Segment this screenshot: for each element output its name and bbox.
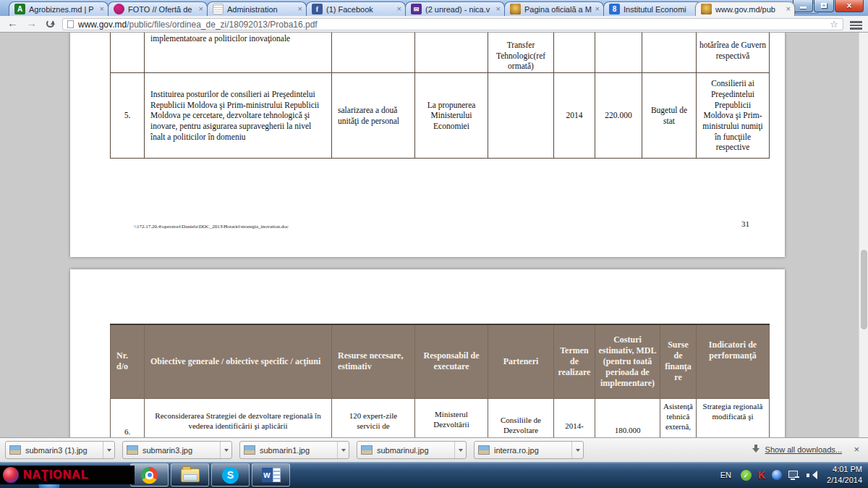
foto-favicon: [114, 4, 124, 14]
download-item[interactable]: submarinul.jpg: [357, 441, 467, 459]
cell-resurse: 120 expert-zile servicii de: [332, 398, 415, 437]
download-item[interactable]: submarin1.jpg: [239, 441, 349, 459]
downloads-bar-close-icon[interactable]: ×: [854, 444, 859, 455]
page-number: 31: [741, 219, 749, 228]
tab-close-icon[interactable]: ×: [786, 5, 791, 13]
cell-costuri: 180.000: [595, 398, 660, 437]
tab-title: Agrobiznes.md | P: [29, 5, 96, 14]
image-thumbnail-icon: [244, 445, 255, 455]
pdf-viewer[interactable]: implementatoare a politicilor inovaţiona…: [0, 33, 868, 437]
tab-institutul[interactable]: Institutul Economi ×: [603, 1, 703, 16]
download-item[interactable]: submarin3.jpg: [122, 441, 232, 459]
chevron-down-icon: [576, 449, 580, 454]
language-indicator[interactable]: EN: [720, 471, 731, 479]
bookmark-star-icon[interactable]: ☆: [830, 19, 838, 30]
url-domain: www.gov.md: [78, 20, 127, 30]
network-icon[interactable]: [788, 471, 800, 480]
clock-date: 2/14/2014: [827, 476, 862, 484]
download-menu-button[interactable]: [337, 442, 349, 458]
system-tray: EN 4:01 PM 2/14/2014: [720, 462, 862, 488]
minimize-icon: [800, 7, 807, 9]
antivirus-check-icon[interactable]: [741, 470, 752, 481]
cell-surse: Asistenţă tehnică externă,: [660, 398, 697, 437]
scrollbar[interactable]: [859, 33, 868, 437]
tab-govmd-active[interactable]: www.gov.md/pub ×: [695, 1, 795, 16]
cell-objective: Instituirea posturilor de consilieri ai …: [145, 73, 332, 159]
back-button[interactable]: ←: [7, 17, 18, 29]
blue-sphere-tray-icon[interactable]: [772, 470, 782, 480]
taskbar-skype-button[interactable]: [211, 463, 250, 487]
national-logo-text: NAŢIONAL: [23, 468, 89, 481]
cell-indicator: Strategia regională modificată şi: [697, 398, 770, 437]
download-filename: submarin1.jpg: [260, 446, 337, 455]
cell-empty: [554, 33, 595, 73]
show-all-downloads[interactable]: Show all downloads...: [752, 445, 842, 455]
minimize-button[interactable]: [793, 0, 813, 12]
tab-agrobiznes[interactable]: Agrobiznes.md | P ×: [9, 1, 109, 16]
tab-close-icon[interactable]: ×: [397, 5, 401, 13]
tab-title: Administration: [227, 5, 294, 14]
download-menu-button[interactable]: [220, 442, 231, 458]
header-responsabil: Responsabil de executare: [415, 324, 488, 398]
download-menu-button[interactable]: [571, 442, 583, 458]
tab-administration[interactable]: Administration ×: [207, 1, 307, 16]
download-menu-button[interactable]: [103, 442, 114, 458]
cell-surse: Bugetul de stat: [642, 73, 697, 159]
address-bar[interactable]: www.gov.md /public/files/ordinea_de_zi/1…: [62, 18, 843, 30]
download-items: submarin3 (1).jpg submarin3.jpg submarin…: [5, 441, 584, 459]
agrobiznes-favicon: [14, 4, 25, 14]
tab-pagina-oficiala[interactable]: Pagina oficială a M ×: [504, 1, 604, 16]
show-all-downloads-link[interactable]: Show all downloads...: [765, 445, 842, 454]
header-objective: Obiective generale / obiective specific …: [145, 324, 332, 398]
header-indicator: Indicatori de performanţă: [697, 324, 770, 398]
cell-responsabil: La propunerea Ministerului Economiei: [415, 73, 488, 159]
scrollbar-thumb[interactable]: [861, 250, 867, 329]
cell-empty: [642, 33, 697, 73]
tab-close-icon[interactable]: ×: [100, 5, 104, 13]
cell-indicator: Consilierii ai Preşedintelui Prepublicii…: [697, 73, 770, 159]
tab-foto[interactable]: FOTO // Ofertă de ×: [108, 1, 208, 16]
cell-responsabil: Ministerul Dezvoltării: [415, 398, 488, 437]
tab-close-icon[interactable]: ×: [595, 5, 600, 13]
url-path: /public/files/ordinea_de_zi/18092013/Pro…: [127, 20, 825, 30]
header-termen: Termen de realizare: [554, 324, 595, 398]
header-nr: Nr. d/o: [111, 324, 145, 398]
close-button[interactable]: ×: [835, 0, 864, 12]
tab-facebook[interactable]: (1) Facebook ×: [306, 1, 406, 16]
clock[interactable]: 4:01 PM 2/14/2014: [827, 464, 862, 486]
download-item[interactable]: submarin3 (1).jpg: [5, 441, 115, 459]
taskbar-explorer-button[interactable]: [171, 463, 209, 487]
forward-button[interactable]: →: [26, 17, 37, 29]
facebook-favicon: [312, 4, 323, 14]
taskbar-buttons: [130, 463, 290, 487]
cell-empty: [111, 33, 145, 73]
taskbar-chrome-button[interactable]: [130, 463, 169, 487]
national-logo-icon: [3, 467, 19, 483]
tab-mail[interactable]: (2 unread) - nica.v ×: [405, 1, 505, 16]
tab-title: FOTO // Ofertă de: [128, 5, 195, 14]
reload-button[interactable]: [46, 20, 54, 28]
tab-close-icon[interactable]: ×: [298, 5, 302, 13]
volume-icon[interactable]: [807, 471, 817, 480]
image-thumbnail-icon: [127, 445, 138, 455]
download-filename: interra.ro.jpg: [494, 446, 571, 455]
download-menu-button[interactable]: [454, 442, 466, 458]
chevron-down-icon: [341, 449, 346, 454]
download-item[interactable]: interra.ro.jpg: [474, 441, 584, 459]
cell-nr: 6.: [111, 398, 145, 437]
image-thumbnail-icon: [9, 445, 21, 455]
folder-icon: [181, 468, 200, 482]
taskbar-word-button[interactable]: [252, 463, 290, 487]
restore-button[interactable]: [814, 0, 834, 12]
table-row-6: 6. Reconsiderarea Strategiei de dezvolta…: [111, 398, 770, 437]
kaspersky-icon[interactable]: [758, 469, 765, 481]
tab-close-icon[interactable]: ×: [199, 5, 203, 13]
tab-title: www.gov.md/pub: [715, 5, 783, 14]
pdf-page-32: Nr. d/o Obiective generale / obiective s…: [70, 269, 785, 437]
document-favicon: [213, 4, 224, 14]
chrome-icon: [141, 467, 158, 484]
cell-empty: [415, 33, 488, 73]
tab-close-icon[interactable]: ×: [496, 5, 501, 13]
tab-title: (1) Facebook: [326, 5, 393, 14]
chrome-menu-button[interactable]: [850, 21, 862, 31]
